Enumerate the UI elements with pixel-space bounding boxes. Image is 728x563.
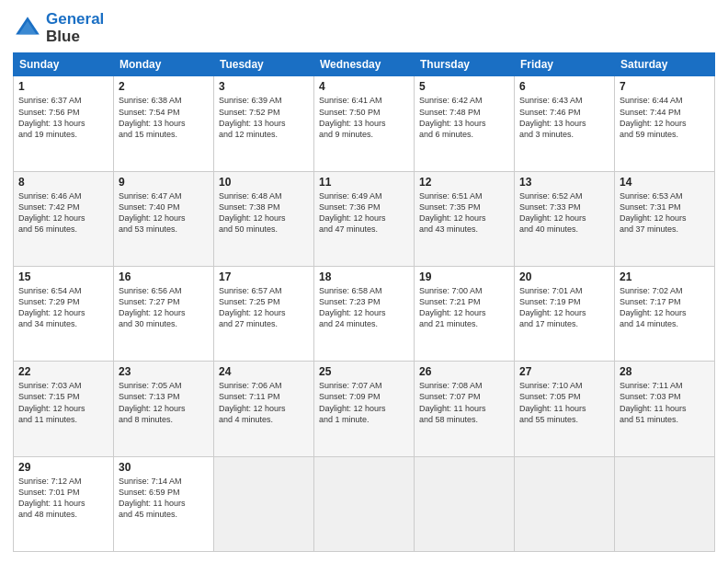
day-info: Sunrise: 7:08 AM Sunset: 7:07 PM Dayligh… — [419, 380, 509, 425]
day-header-friday: Friday — [515, 53, 615, 76]
day-header-tuesday: Tuesday — [214, 53, 314, 76]
day-info: Sunrise: 6:44 AM Sunset: 7:44 PM Dayligh… — [620, 95, 710, 140]
day-info: Sunrise: 6:51 AM Sunset: 7:35 PM Dayligh… — [419, 190, 509, 236]
day-info: Sunrise: 7:07 AM Sunset: 7:09 PM Dayligh… — [319, 380, 409, 425]
day-cell-30: 30Sunrise: 7:14 AM Sunset: 6:59 PM Dayli… — [114, 456, 214, 551]
day-info: Sunrise: 6:46 AM Sunset: 7:42 PM Dayligh… — [18, 190, 108, 236]
day-info: Sunrise: 6:58 AM Sunset: 7:23 PM Dayligh… — [319, 285, 409, 330]
day-number: 20 — [519, 270, 609, 283]
day-number: 17 — [219, 270, 309, 283]
day-info: Sunrise: 6:42 AM Sunset: 7:48 PM Dayligh… — [419, 95, 509, 140]
day-cell-13: 13Sunrise: 6:52 AM Sunset: 7:33 PM Dayli… — [515, 171, 615, 266]
day-number: 6 — [519, 80, 609, 93]
day-number: 27 — [519, 365, 609, 378]
day-number: 1 — [18, 80, 108, 93]
logo-text: GeneralBlue — [46, 11, 104, 45]
day-cell-20: 20Sunrise: 7:01 AM Sunset: 7:19 PM Dayli… — [515, 267, 615, 362]
day-number: 21 — [620, 270, 710, 283]
day-info: Sunrise: 7:10 AM Sunset: 7:05 PM Dayligh… — [519, 380, 609, 425]
day-info: Sunrise: 7:03 AM Sunset: 7:15 PM Dayligh… — [18, 380, 108, 425]
day-cell-21: 21Sunrise: 7:02 AM Sunset: 7:17 PM Dayli… — [615, 267, 715, 362]
empty-cell — [314, 456, 415, 551]
day-cell-7: 7Sunrise: 6:44 AM Sunset: 7:44 PM Daylig… — [615, 76, 715, 171]
day-number: 2 — [119, 80, 209, 93]
day-cell-12: 12Sunrise: 6:51 AM Sunset: 7:35 PM Dayli… — [415, 171, 515, 266]
day-header-sunday: Sunday — [14, 53, 114, 76]
day-info: Sunrise: 7:12 AM Sunset: 7:01 PM Dayligh… — [18, 476, 108, 521]
day-number: 19 — [419, 270, 509, 283]
day-cell-28: 28Sunrise: 7:11 AM Sunset: 7:03 PM Dayli… — [615, 362, 715, 456]
day-cell-4: 4Sunrise: 6:41 AM Sunset: 7:50 PM Daylig… — [314, 76, 415, 171]
day-number: 29 — [18, 461, 108, 474]
day-number: 18 — [319, 270, 409, 283]
day-number: 11 — [319, 176, 409, 189]
day-number: 26 — [419, 365, 509, 378]
day-header-thursday: Thursday — [415, 53, 515, 76]
day-info: Sunrise: 6:57 AM Sunset: 7:25 PM Dayligh… — [219, 285, 309, 330]
day-cell-9: 9Sunrise: 6:47 AM Sunset: 7:40 PM Daylig… — [114, 171, 214, 266]
day-number: 4 — [319, 80, 409, 93]
day-cell-3: 3Sunrise: 6:39 AM Sunset: 7:52 PM Daylig… — [214, 76, 314, 171]
day-number: 12 — [419, 176, 509, 189]
empty-cell — [615, 456, 715, 551]
day-info: Sunrise: 7:02 AM Sunset: 7:17 PM Dayligh… — [620, 285, 710, 330]
day-info: Sunrise: 6:52 AM Sunset: 7:33 PM Dayligh… — [519, 190, 609, 236]
day-header-saturday: Saturday — [615, 53, 715, 76]
day-info: Sunrise: 7:06 AM Sunset: 7:11 PM Dayligh… — [219, 380, 309, 425]
day-cell-11: 11Sunrise: 6:49 AM Sunset: 7:36 PM Dayli… — [314, 171, 415, 266]
day-cell-15: 15Sunrise: 6:54 AM Sunset: 7:29 PM Dayli… — [14, 267, 114, 362]
day-cell-8: 8Sunrise: 6:46 AM Sunset: 7:42 PM Daylig… — [14, 171, 114, 266]
page: GeneralBlue SundayMondayTuesdayWednesday… — [0, 0, 728, 563]
day-info: Sunrise: 6:54 AM Sunset: 7:29 PM Dayligh… — [18, 285, 108, 330]
day-number: 15 — [18, 270, 108, 283]
day-info: Sunrise: 7:14 AM Sunset: 6:59 PM Dayligh… — [119, 476, 209, 521]
day-info: Sunrise: 7:01 AM Sunset: 7:19 PM Dayligh… — [519, 285, 609, 330]
empty-cell — [214, 456, 314, 551]
day-cell-24: 24Sunrise: 7:06 AM Sunset: 7:11 PM Dayli… — [214, 362, 314, 456]
day-info: Sunrise: 6:37 AM Sunset: 7:56 PM Dayligh… — [18, 95, 108, 140]
day-cell-5: 5Sunrise: 6:42 AM Sunset: 7:48 PM Daylig… — [415, 76, 515, 171]
day-info: Sunrise: 6:43 AM Sunset: 7:46 PM Dayligh… — [519, 95, 609, 140]
day-number: 24 — [219, 365, 309, 378]
day-cell-22: 22Sunrise: 7:03 AM Sunset: 7:15 PM Dayli… — [14, 362, 114, 456]
day-cell-16: 16Sunrise: 6:56 AM Sunset: 7:27 PM Dayli… — [114, 267, 214, 362]
day-cell-19: 19Sunrise: 7:00 AM Sunset: 7:21 PM Dayli… — [415, 267, 515, 362]
logo-icon — [13, 14, 42, 43]
empty-cell — [515, 456, 615, 551]
day-info: Sunrise: 6:56 AM Sunset: 7:27 PM Dayligh… — [119, 285, 209, 330]
day-cell-1: 1Sunrise: 6:37 AM Sunset: 7:56 PM Daylig… — [14, 76, 114, 171]
day-number: 9 — [119, 176, 209, 189]
day-number: 7 — [620, 80, 710, 93]
day-cell-18: 18Sunrise: 6:58 AM Sunset: 7:23 PM Dayli… — [314, 267, 415, 362]
day-number: 22 — [18, 365, 108, 378]
calendar-table: SundayMondayTuesdayWednesdayThursdayFrid… — [13, 52, 715, 552]
day-number: 13 — [519, 176, 609, 189]
day-info: Sunrise: 6:39 AM Sunset: 7:52 PM Dayligh… — [219, 95, 309, 140]
day-number: 30 — [119, 461, 209, 474]
header: GeneralBlue — [13, 11, 715, 45]
day-number: 8 — [18, 176, 108, 189]
empty-cell — [415, 456, 515, 551]
day-number: 3 — [219, 80, 309, 93]
day-cell-26: 26Sunrise: 7:08 AM Sunset: 7:07 PM Dayli… — [415, 362, 515, 456]
day-header-monday: Monday — [114, 53, 214, 76]
day-info: Sunrise: 6:47 AM Sunset: 7:40 PM Dayligh… — [119, 190, 209, 236]
day-number: 5 — [419, 80, 509, 93]
logo: GeneralBlue — [13, 11, 104, 45]
day-cell-27: 27Sunrise: 7:10 AM Sunset: 7:05 PM Dayli… — [515, 362, 615, 456]
day-header-wednesday: Wednesday — [314, 53, 415, 76]
day-cell-23: 23Sunrise: 7:05 AM Sunset: 7:13 PM Dayli… — [114, 362, 214, 456]
day-cell-17: 17Sunrise: 6:57 AM Sunset: 7:25 PM Dayli… — [214, 267, 314, 362]
day-cell-25: 25Sunrise: 7:07 AM Sunset: 7:09 PM Dayli… — [314, 362, 415, 456]
day-number: 28 — [620, 365, 710, 378]
day-info: Sunrise: 6:49 AM Sunset: 7:36 PM Dayligh… — [319, 190, 409, 236]
day-info: Sunrise: 7:05 AM Sunset: 7:13 PM Dayligh… — [119, 380, 209, 425]
day-info: Sunrise: 7:11 AM Sunset: 7:03 PM Dayligh… — [620, 380, 710, 425]
day-info: Sunrise: 6:38 AM Sunset: 7:54 PM Dayligh… — [119, 95, 209, 140]
day-number: 23 — [119, 365, 209, 378]
day-number: 10 — [219, 176, 309, 189]
day-cell-6: 6Sunrise: 6:43 AM Sunset: 7:46 PM Daylig… — [515, 76, 615, 171]
day-number: 14 — [620, 176, 710, 189]
day-info: Sunrise: 6:41 AM Sunset: 7:50 PM Dayligh… — [319, 95, 409, 140]
day-info: Sunrise: 6:48 AM Sunset: 7:38 PM Dayligh… — [219, 190, 309, 236]
